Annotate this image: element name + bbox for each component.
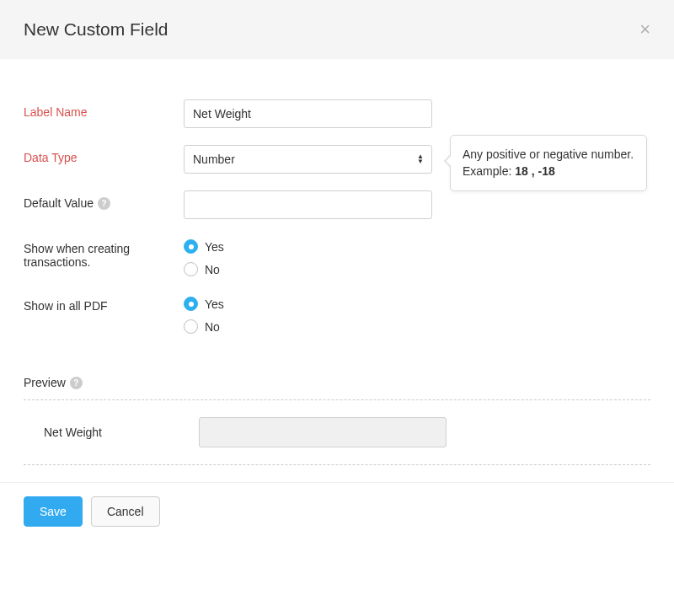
row-label-name: Label Name (24, 99, 650, 128)
modal-header: New Custom Field × (0, 0, 674, 59)
radio-show-pdf-no[interactable]: No (184, 319, 432, 334)
radio-icon (184, 262, 198, 276)
preview-section: Preview ? Net Weight (24, 376, 650, 465)
radio-show-transactions-no[interactable]: No (184, 262, 432, 276)
preview-field-label: Net Weight (40, 426, 199, 439)
radio-label: No (205, 320, 220, 334)
cancel-button[interactable]: Cancel (91, 496, 160, 527)
row-show-transactions: Show when creating transactions. Yes No (24, 236, 650, 276)
select-data-type[interactable]: Number (184, 145, 432, 174)
radio-show-transactions-yes[interactable]: Yes (184, 239, 432, 254)
preview-header: Preview ? (24, 376, 650, 389)
modal-footer: Save Cancel (0, 482, 674, 540)
label-default-value-text: Default Value (24, 196, 94, 210)
help-icon[interactable]: ? (70, 377, 83, 389)
row-default-value: Default Value ? (24, 190, 650, 219)
tooltip-data-type: Any positive or negative number. Example… (450, 135, 647, 191)
label-show-transactions: Show when creating transactions. (24, 236, 184, 269)
modal-title: New Custom Field (24, 19, 168, 40)
label-default-value: Default Value ? (24, 190, 184, 210)
radio-label: Yes (205, 240, 224, 254)
tooltip-example: 18 , -18 (515, 164, 554, 178)
radio-icon (184, 239, 198, 254)
input-default-value[interactable] (184, 190, 432, 219)
input-label-name[interactable] (184, 99, 432, 128)
help-icon[interactable]: ? (98, 197, 110, 210)
radio-label: No (205, 263, 220, 276)
preview-box: Net Weight (24, 399, 650, 465)
preview-title: Preview (24, 376, 66, 389)
label-label-name: Label Name (24, 99, 184, 119)
form-content: Label Name Data Type Number ▲▼ Any posit… (0, 59, 674, 482)
close-icon[interactable]: × (639, 19, 650, 40)
radio-icon (184, 319, 198, 334)
radio-show-pdf-yes[interactable]: Yes (184, 297, 432, 311)
label-data-type: Data Type (24, 145, 184, 164)
save-button[interactable]: Save (24, 496, 83, 527)
radio-icon (184, 297, 198, 311)
label-show-pdf: Show in all PDF (24, 293, 184, 313)
preview-field-input (199, 417, 447, 447)
row-show-pdf: Show in all PDF Yes No (24, 293, 650, 334)
radio-label: Yes (205, 297, 224, 311)
